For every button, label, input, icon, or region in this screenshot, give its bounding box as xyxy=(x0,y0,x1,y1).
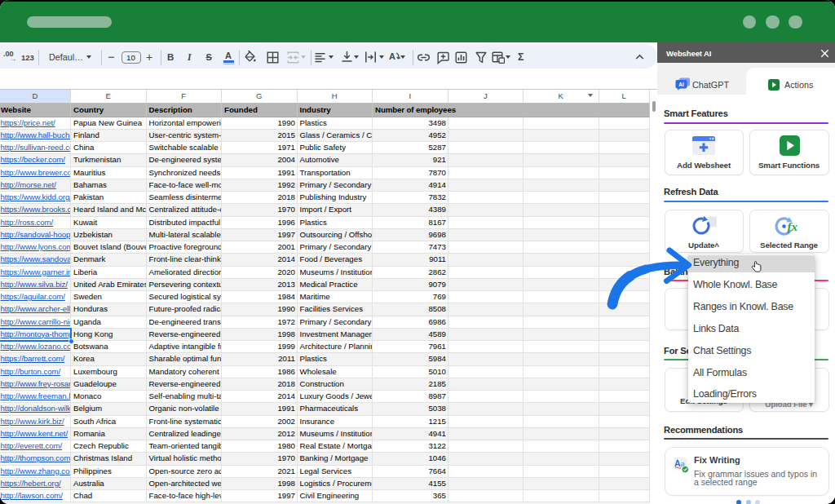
svg-text:fx: fx xyxy=(788,220,798,233)
svg-text:AI: AI xyxy=(678,82,684,87)
svg-text:A: A xyxy=(389,51,395,61)
